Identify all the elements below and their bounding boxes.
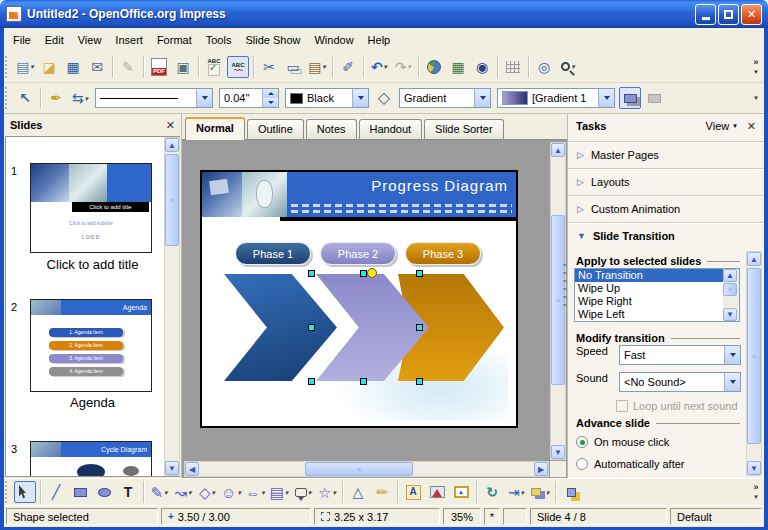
selection-handle[interactable] — [308, 270, 315, 277]
pointer-paper-icon[interactable]: ↖ — [14, 87, 36, 109]
scrollbar-thumb[interactable]: ≡ — [723, 283, 737, 296]
alignment-icon[interactable]: ⇥▾ — [505, 481, 527, 503]
zoom-icon[interactable]: ▾ — [557, 56, 579, 78]
toolbar-overflow-button[interactable]: »▾ — [748, 57, 764, 76]
combo-arrow-button[interactable] — [724, 346, 740, 364]
hyperlink-icon[interactable]: ◉ — [471, 56, 493, 78]
print-icon[interactable]: ▣ — [172, 56, 194, 78]
line-pen-icon[interactable]: ✒ — [45, 87, 67, 109]
shadow-toggle-icon[interactable] — [619, 87, 641, 109]
menu-slide-show[interactable]: Slide Show — [238, 31, 307, 49]
crop-disabled-icon[interactable] — [643, 87, 665, 109]
scroll-up-icon[interactable]: ▲ — [723, 269, 737, 282]
tab-outline[interactable]: Outline — [247, 119, 304, 139]
fill-name-select[interactable]: [Gradient 1 — [497, 88, 615, 108]
listbox-scrollbar[interactable]: ▲ ≡ ▼ — [723, 269, 739, 321]
spellcheck-icon[interactable]: ABC✓ — [203, 56, 225, 78]
selection-handle[interactable] — [416, 378, 423, 385]
save-icon[interactable]: ▦ — [62, 56, 84, 78]
block-arrows-icon[interactable]: ⇔▾ — [244, 481, 266, 503]
toolbar-overflow-button[interactable]: »▾ — [748, 482, 764, 501]
dropdown-caret[interactable]: ▾ — [212, 489, 216, 496]
scrollbar-thumb[interactable]: ≡ — [165, 154, 179, 246]
tab-handout[interactable]: Handout — [359, 119, 423, 139]
scroll-down-icon[interactable]: ▼ — [165, 461, 179, 475]
line-width-spinner[interactable] — [262, 89, 278, 107]
slides-panel-scrollbar[interactable]: ▲ ≡ ▼ — [164, 137, 180, 476]
close-icon[interactable]: ✕ — [747, 120, 756, 133]
edit-file-icon[interactable]: ✎ — [117, 56, 139, 78]
phase2-pill[interactable]: Phase 2 — [320, 242, 396, 265]
menu-window[interactable]: Window — [307, 31, 360, 49]
selection-handle[interactable] — [360, 378, 367, 385]
edit-points-icon[interactable]: △ — [347, 481, 369, 503]
tab-notes[interactable]: Notes — [306, 119, 357, 139]
tab-slide-sorter[interactable]: Slide Sorter — [424, 119, 503, 139]
display-grid-icon[interactable] — [502, 56, 524, 78]
spinner-down-button[interactable] — [263, 98, 278, 107]
area-style-icon[interactable]: ◇ — [373, 87, 395, 109]
selection-handle[interactable] — [416, 324, 423, 331]
phase1-pill[interactable]: Phase 1 — [235, 242, 311, 265]
curve-tool-icon[interactable]: ✎▾ — [148, 481, 170, 503]
combo-arrow-button[interactable] — [724, 373, 740, 391]
menu-edit[interactable]: Edit — [38, 31, 71, 49]
line-tool-icon[interactable]: ╱ — [45, 481, 67, 503]
selection-handle[interactable] — [360, 270, 367, 277]
combo-arrow-button[interactable] — [474, 89, 490, 107]
dropdown-caret[interactable]: ▾ — [85, 95, 89, 102]
scroll-up-icon[interactable]: ▲ — [747, 252, 761, 266]
dropdown-caret[interactable]: ▾ — [546, 489, 550, 496]
dropdown-caret[interactable]: ▾ — [332, 489, 336, 496]
scroll-right-icon[interactable]: ▶ — [534, 462, 548, 476]
dropdown-caret[interactable]: ▾ — [408, 63, 412, 70]
combo-arrow-button[interactable] — [598, 89, 614, 107]
selection-handle[interactable] — [308, 324, 315, 331]
canvas-horizontal-scrollbar[interactable]: ◀ ≡ ▶ — [184, 461, 549, 477]
flowchart-icon[interactable]: ▤▾ — [268, 481, 290, 503]
fontwork-icon[interactable]: A — [402, 481, 424, 503]
scroll-down-icon[interactable]: ▼ — [723, 308, 737, 321]
scroll-up-icon[interactable]: ▲ — [551, 143, 565, 157]
slide-thumbnail-3[interactable]: Cycle Diagram — [30, 441, 152, 477]
tab-normal[interactable]: Normal — [185, 117, 245, 140]
tasks-view-menu[interactable]: View ▾ ✕ — [706, 120, 756, 133]
dropdown-caret[interactable]: ▾ — [571, 63, 575, 70]
dropdown-caret[interactable]: ▾ — [322, 63, 326, 70]
menu-insert[interactable]: Insert — [108, 31, 150, 49]
menu-help[interactable]: Help — [361, 31, 398, 49]
menu-view[interactable]: View — [71, 31, 109, 49]
section-slide-transition[interactable]: ▼ Slide Transition — [568, 222, 764, 249]
dropdown-caret[interactable]: ▾ — [285, 489, 289, 496]
rectangle-tool-icon[interactable] — [69, 481, 91, 503]
slide-thumbnail-1[interactable]: Click to add title Click to add subtitle… — [30, 163, 152, 253]
slide-thumbnail-2[interactable]: Agenda 1. Agenda Item 2. Agenda Item 3. … — [30, 299, 152, 392]
dropdown-caret[interactable]: ▾ — [188, 489, 192, 496]
section-master-pages[interactable]: ▷ Master Pages — [568, 141, 764, 168]
connector-tool-icon[interactable]: ↝▾ — [172, 481, 194, 503]
dropdown-caret[interactable]: ▾ — [30, 63, 34, 70]
callouts-icon[interactable]: ▾ — [292, 481, 314, 503]
loop-checkbox[interactable] — [616, 400, 628, 412]
dropdown-caret[interactable]: ▾ — [384, 63, 388, 70]
title-bar[interactable]: Untitled2 - OpenOffice.org Impress ✕ — [0, 0, 768, 28]
arrow-style-icon[interactable]: ⇆▾ — [69, 87, 91, 109]
scroll-down-icon[interactable]: ▼ — [551, 445, 565, 459]
basic-shapes-icon[interactable]: ◇▾ — [196, 481, 218, 503]
scroll-left-icon[interactable]: ◀ — [185, 462, 199, 476]
radio-icon[interactable] — [576, 458, 588, 470]
speed-select[interactable]: Fast — [619, 345, 741, 365]
transition-option-no-transition[interactable]: No Transition — [575, 269, 739, 282]
menu-file[interactable]: File — [6, 31, 38, 49]
selection-handle[interactable] — [416, 270, 423, 277]
export-pdf-icon[interactable]: PDF — [148, 56, 170, 78]
adjust-handle[interactable] — [367, 268, 377, 278]
status-size[interactable]: 3.25 x 3.17 — [314, 508, 440, 525]
extrusion-icon[interactable] — [560, 481, 582, 503]
radio-selected-icon[interactable] — [576, 436, 588, 448]
gallery-icon[interactable]: ▲ — [450, 481, 472, 503]
dropdown-caret[interactable]: ▾ — [164, 489, 168, 496]
symbol-shapes-icon[interactable]: ☺▾ — [220, 481, 242, 503]
transition-listbox[interactable]: No Transition Wipe Up Wipe Right Wipe Le… — [574, 268, 740, 322]
status-zoom[interactable]: 35% — [443, 508, 481, 525]
